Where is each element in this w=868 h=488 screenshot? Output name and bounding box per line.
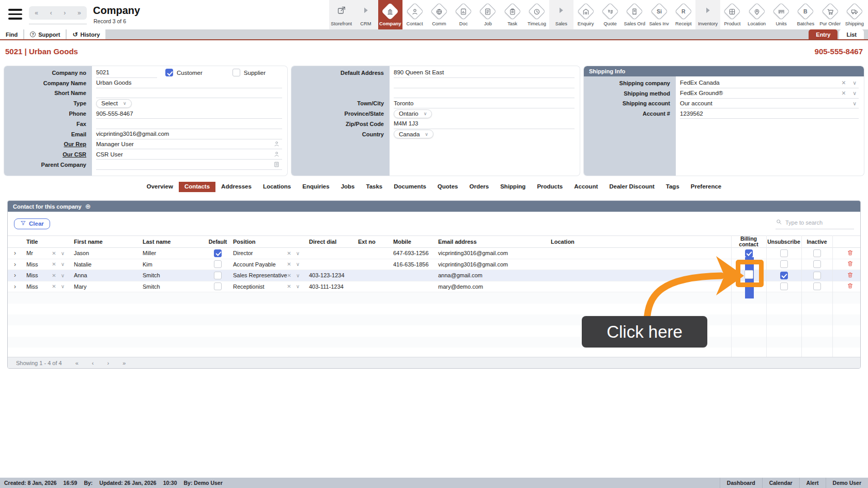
first-name-cell[interactable]: Jason [70,248,138,259]
toolbar-item-sales[interactable]: Sales [549,0,574,29]
tab-dealer-discount[interactable]: Dealer Discount [603,182,660,192]
toolbar-item-storefront[interactable]: Storefront [329,0,353,29]
unsubscribe-checkbox[interactable] [780,260,788,268]
record-nav-last[interactable]: » [78,9,81,17]
clear-title-icon[interactable]: ✕ [52,261,56,267]
default-checkbox[interactable] [214,272,222,279]
clear-position-icon[interactable]: ✕ [287,273,291,278]
row-expander-icon[interactable]: › [8,259,22,270]
toolbar-item-enquiry[interactable]: Enquiry [574,0,598,29]
address-field-blank[interactable] [394,78,575,88]
location-cell[interactable] [547,259,731,270]
page-first-button[interactable]: « [75,360,79,366]
email-cell[interactable]: vicprinting3016@gmail.com [434,248,547,259]
inactive-checkbox[interactable] [813,282,821,290]
clear-title-icon[interactable]: ✕ [52,273,56,278]
address-field-town-city[interactable]: Toronto [394,98,575,108]
title-dropdown-icon[interactable]: ∨ [61,273,65,278]
company-field-email[interactable]: vicprinting3016@gmail.com [96,129,282,139]
footer-link-alert[interactable]: Alert [799,478,826,488]
ext-no-cell[interactable] [354,248,389,259]
company-field-company-no[interactable]: 5021 [96,68,157,78]
chevron-down-icon[interactable]: ∨ [853,90,857,96]
list-view-tab[interactable]: List [839,29,864,39]
page-next-button[interactable]: › [107,360,109,366]
record-nav[interactable]: «‹›» [29,6,87,20]
address-dropdown-country[interactable]: Canada∨ [394,130,433,138]
chevron-down-icon[interactable]: ∨ [853,80,857,86]
shipping-field-account-[interactable]: 1239562 [680,108,859,119]
search-input[interactable] [785,219,847,226]
clear-title-icon[interactable]: ✕ [52,284,56,289]
unsubscribe-checkbox[interactable] [780,272,788,279]
address-field-blank[interactable] [394,88,575,99]
menu-icon[interactable] [8,9,22,20]
tab-account[interactable]: Account [568,182,603,192]
support-button[interactable]: ?Support [24,29,66,39]
position-dropdown-icon[interactable]: ∨ [296,250,300,256]
tab-enquiries[interactable]: Enquiries [297,182,335,192]
company-field-our-rep[interactable]: Manager User [96,139,282,150]
ext-no-cell[interactable] [354,259,389,270]
company-field-fax[interactable] [96,119,282,129]
history-button[interactable]: ↺History [67,29,105,39]
mobile-cell[interactable]: 647-693-1256 [389,248,434,259]
toolbar-item-comm[interactable]: Comm [427,0,451,29]
customer-checkbox[interactable]: Customer [165,69,203,76]
company-field-company-name[interactable]: Urban Goods [96,78,282,88]
title-dropdown-icon[interactable]: ∨ [61,250,65,256]
tab-shipping[interactable]: Shipping [494,182,531,192]
tab-tags[interactable]: Tags [660,182,685,192]
toolbar-item-product[interactable]: Product [720,0,745,29]
first-name-cell[interactable]: Mary [70,281,138,292]
row-expander-icon[interactable]: › [8,281,22,292]
toolbar-item-batches[interactable]: BBatches [794,0,818,29]
ext-no-cell[interactable] [354,281,389,292]
company-label[interactable]: Our Rep [4,141,92,147]
mobile-cell[interactable] [389,270,434,281]
position-dropdown-icon[interactable]: ∨ [296,273,300,278]
chevron-down-icon[interactable]: ∨ [853,100,857,106]
toolbar-item-contact[interactable]: Contact [402,0,427,29]
direct-dial-cell[interactable] [305,248,354,259]
position-dropdown-icon[interactable]: ∨ [296,284,300,289]
company-field-our-csr[interactable]: CSR User [96,149,282,160]
row-expander-icon[interactable]: › [8,248,22,259]
address-dropdown-province-state[interactable]: Ontario∨ [394,109,432,118]
inactive-checkbox[interactable] [813,260,821,268]
toolbar-item-pur-order[interactable]: Pur Order [818,0,842,29]
tab-preference[interactable]: Preference [685,182,727,192]
toolbar-item-crm[interactable]: CRM [353,0,378,29]
last-name-cell[interactable]: Miller [138,248,207,259]
tab-tasks[interactable]: Tasks [360,182,388,192]
shipping-field-shipping-company[interactable]: FedEx Canada✕∨ [680,78,859,88]
toolbar-item-shipping[interactable]: Shipping [842,0,866,29]
footer-link-demo-user[interactable]: Demo User [826,478,868,488]
inactive-checkbox[interactable] [813,272,821,279]
first-name-cell[interactable]: Anna [70,270,138,281]
tab-jobs[interactable]: Jobs [335,182,361,192]
record-nav-first[interactable]: « [35,9,38,17]
billing-contact-checkbox[interactable] [745,249,753,257]
unsubscribe-checkbox[interactable] [780,282,788,290]
toolbar-item-inventory[interactable]: Inventory [695,0,720,29]
page-last-button[interactable]: » [122,360,126,366]
shipping-field-shipping-method[interactable]: FedEx Ground®✕∨ [680,88,859,99]
tab-documents[interactable]: Documents [388,182,432,192]
direct-dial-cell[interactable]: 403-111-1234 [305,281,354,292]
first-name-cell[interactable]: Natalie [70,259,138,270]
company-field-parent-company[interactable] [96,160,282,170]
toolbar-item-sales-inv[interactable]: SiSales Inv [647,0,671,29]
clear-position-icon[interactable]: ✕ [287,261,291,267]
location-cell[interactable] [547,270,731,281]
delete-row-icon[interactable] [847,272,854,279]
shipping-field-shipping-account[interactable]: Our account∨ [680,99,859,109]
footer-link-calendar[interactable]: Calendar [762,478,799,488]
mobile-cell[interactable]: 416-635-1856 [389,259,434,270]
email-cell[interactable]: vicprinting3016@gmail.com [434,259,547,270]
tab-orders[interactable]: Orders [463,182,494,192]
toolbar-item-job[interactable]: Job [476,0,500,29]
tab-contacts[interactable]: Contacts [179,182,215,192]
email-cell[interactable]: anna@gmail.com [434,270,547,281]
company-field-phone[interactable]: 905-555-8467 [96,108,282,119]
